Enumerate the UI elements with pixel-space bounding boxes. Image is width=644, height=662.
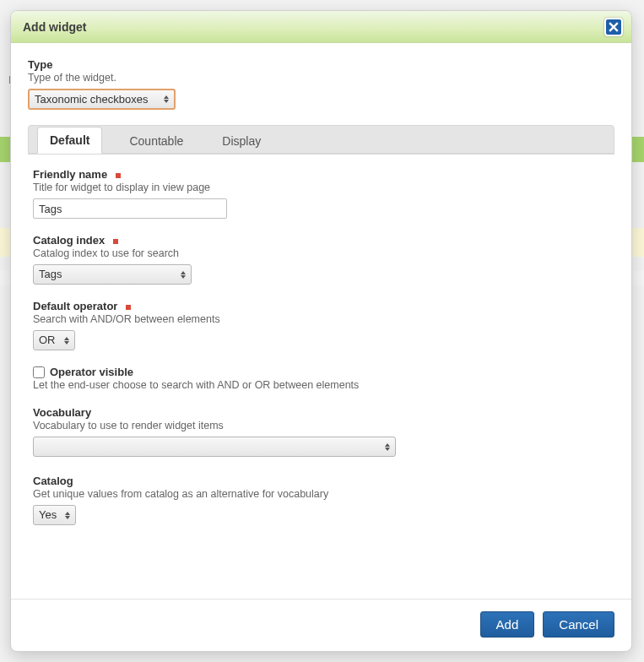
dialog-footer: Add Cancel — [11, 599, 631, 651]
operator-visible-field: Operator visible Let the end-user choose… — [33, 366, 614, 391]
catalog-field: Catalog Get unique values from catalog a… — [33, 475, 614, 525]
dialog-body: Type Type of the widget. Taxonomic check… — [11, 43, 631, 599]
chevron-updown-icon — [383, 441, 392, 453]
default-operator-field: Default operator Search with AND/OR betw… — [33, 300, 614, 350]
default-operator-select[interactable]: OR — [33, 330, 75, 350]
vocabulary-help: Vocabulary to use to render widget items — [33, 420, 614, 431]
type-field: Type Type of the widget. Taxonomic check… — [28, 58, 614, 110]
add-button[interactable]: Add — [480, 611, 535, 638]
operator-visible-help: Let the end-user choose to search with A… — [33, 379, 614, 391]
tabs: Default Countable Display Friendly name … — [28, 125, 614, 525]
cancel-button[interactable]: Cancel — [543, 611, 614, 638]
close-icon — [609, 22, 619, 32]
chevron-updown-icon — [179, 269, 187, 280]
friendly-name-input[interactable] — [33, 198, 227, 219]
catalog-index-select[interactable]: Tags — [33, 264, 192, 285]
tab-countable[interactable]: Countable — [117, 128, 195, 154]
vocabulary-label: Vocabulary — [33, 406, 91, 419]
type-help: Type of the widget. — [28, 72, 614, 84]
dialog-title: Add widget — [23, 20, 86, 34]
friendly-name-field: Friendly name Title for widget to displa… — [33, 168, 614, 219]
chevron-updown-icon — [63, 509, 72, 521]
tab-panel-default: Friendly name Title for widget to displa… — [28, 154, 614, 525]
type-select-value: Taxonomic checkboxes — [35, 93, 148, 106]
tab-display[interactable]: Display — [210, 128, 273, 154]
catalog-index-label: Catalog index — [33, 234, 105, 247]
catalog-label: Catalog — [33, 475, 73, 487]
friendly-name-label: Friendly name — [33, 168, 107, 181]
type-select[interactable]: Taxonomic checkboxes — [28, 89, 176, 110]
catalog-index-value: Tags — [39, 268, 62, 280]
close-button[interactable] — [604, 18, 623, 36]
default-operator-label: Default operator — [33, 300, 117, 312]
catalog-index-help: Catalog index to use for search — [33, 247, 614, 259]
chevron-updown-icon — [62, 334, 71, 346]
vocabulary-select[interactable] — [33, 437, 396, 457]
catalog-select[interactable]: Yes — [33, 505, 76, 525]
type-label: Type — [28, 58, 52, 71]
catalog-value: Yes — [39, 508, 57, 521]
vocabulary-field: Vocabulary Vocabulary to use to render w… — [33, 406, 614, 459]
required-icon — [116, 173, 121, 178]
default-operator-value: OR — [39, 334, 56, 346]
dialog-header: Add widget — [11, 11, 631, 43]
tabs-bar: Default Countable Display — [28, 125, 614, 154]
tab-default[interactable]: Default — [37, 127, 102, 154]
page-root: P Add widget Type Type of the widget. Ta… — [0, 0, 644, 662]
catalog-index-field: Catalog index Catalog index to use for s… — [33, 234, 614, 285]
friendly-name-help: Title for widget to display in view page — [33, 182, 614, 193]
required-icon — [126, 305, 131, 310]
required-icon — [113, 239, 118, 244]
operator-visible-label: Operator visible — [50, 366, 133, 378]
default-operator-help: Search with AND/OR between elements — [33, 313, 614, 325]
chevron-updown-icon — [162, 94, 170, 106]
catalog-help: Get unique values from catalog as an alt… — [33, 488, 614, 500]
add-widget-dialog: Add widget Type Type of the widget. Taxo… — [10, 10, 632, 652]
operator-visible-checkbox[interactable] — [33, 366, 45, 378]
